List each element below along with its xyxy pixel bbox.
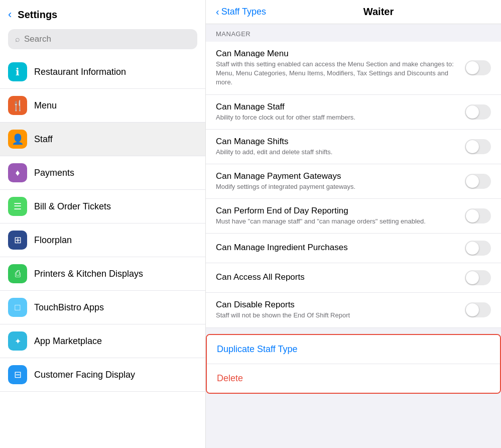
back-staff-types-label: Staff Types bbox=[221, 7, 266, 17]
right-panel-content: MANAGER Can Manage Menu Staff with this … bbox=[206, 24, 501, 448]
permission-item-can-manage-payment-gateways: Can Manage Payment Gateways Modify setti… bbox=[206, 164, 501, 199]
duplicate-staff-type-button[interactable]: Duplicate Staff Type bbox=[207, 335, 500, 364]
sidebar-item-label-staff: Staff bbox=[34, 134, 53, 145]
toggle-can-manage-shifts[interactable] bbox=[465, 139, 491, 154]
back-chevron-icon: ‹ bbox=[216, 6, 219, 18]
sidebar-item-label-floorplan: Floorplan bbox=[34, 235, 72, 246]
search-bar-container[interactable]: ⌕ bbox=[8, 29, 197, 49]
customer-facing-display-icon: ⊟ bbox=[8, 365, 27, 384]
sidebar-item-label-touchbistro-apps: TouchBistro Apps bbox=[34, 302, 104, 313]
permission-title-can-perform-end-of-day: Can Perform End of Day Reporting bbox=[216, 206, 459, 216]
search-icon: ⌕ bbox=[15, 35, 20, 44]
permission-item-can-manage-staff: Can Manage Staff Ability to force clock … bbox=[206, 95, 501, 130]
sidebar-item-label-customer-facing-display: Customer Facing Display bbox=[34, 370, 135, 380]
permission-title-can-manage-payment-gateways: Can Manage Payment Gateways bbox=[216, 171, 459, 181]
restaurant-information-icon: ℹ bbox=[8, 62, 27, 81]
permission-desc-can-perform-end-of-day: Must have "can manage staff" and "can ma… bbox=[216, 217, 459, 226]
delete-button[interactable]: Delete bbox=[207, 364, 500, 393]
permission-title-can-manage-menu: Can Manage Menu bbox=[216, 49, 459, 59]
sidebar-item-label-restaurant-information: Restaurant Information bbox=[34, 67, 126, 77]
sidebar-header: ‹ Settings bbox=[0, 0, 205, 25]
toggle-can-perform-end-of-day[interactable] bbox=[465, 208, 491, 223]
manager-section-label: MANAGER bbox=[206, 24, 501, 42]
sidebar-item-label-bill-order-tickets: Bill & Order Tickets bbox=[34, 201, 111, 212]
waiter-title: Waiter bbox=[266, 6, 491, 18]
toggle-can-manage-payment-gateways[interactable] bbox=[465, 174, 491, 189]
sidebar-item-printers-kitchen-displays[interactable]: ⎙ Printers & Kitchen Displays bbox=[0, 257, 205, 291]
permission-text-can-manage-payment-gateways: Can Manage Payment Gateways Modify setti… bbox=[216, 171, 459, 191]
sidebar-item-payments[interactable]: ♦ Payments bbox=[0, 156, 205, 190]
sidebar-title: Settings bbox=[18, 9, 57, 21]
toggle-can-manage-staff[interactable] bbox=[465, 104, 491, 120]
bill-order-tickets-icon: ☰ bbox=[8, 197, 27, 216]
permission-text-can-manage-staff: Can Manage Staff Ability to force clock … bbox=[216, 102, 459, 122]
permission-desc-can-manage-payment-gateways: Modify settings of integrated payment ga… bbox=[216, 182, 459, 191]
touchbistro-apps-icon: □ bbox=[8, 298, 27, 317]
permission-item-can-access-all-reports: Can Access All Reports bbox=[206, 263, 501, 293]
toggle-can-manage-ingredient-purchases[interactable] bbox=[465, 241, 491, 256]
permission-text-can-access-all-reports: Can Access All Reports bbox=[216, 272, 459, 283]
search-input[interactable] bbox=[24, 34, 190, 44]
permission-desc-can-manage-staff: Ability to force clock out for other sta… bbox=[216, 113, 459, 122]
sidebar-item-label-app-marketplace: App Marketplace bbox=[34, 336, 102, 347]
sidebar-item-bill-order-tickets[interactable]: ☰ Bill & Order Tickets bbox=[0, 190, 205, 223]
sidebar-item-floorplan[interactable]: ⊞ Floorplan bbox=[0, 223, 205, 257]
back-to-staff-types-button[interactable]: ‹ Staff Types bbox=[216, 6, 266, 18]
permission-item-can-perform-end-of-day: Can Perform End of Day Reporting Must ha… bbox=[206, 199, 501, 234]
sidebar-item-label-printers-kitchen-displays: Printers & Kitchen Displays bbox=[34, 269, 143, 279]
permission-title-can-manage-staff: Can Manage Staff bbox=[216, 102, 459, 112]
right-panel-header: ‹ Staff Types Waiter bbox=[206, 0, 501, 24]
sidebar-item-restaurant-information[interactable]: ℹ Restaurant Information bbox=[0, 55, 205, 89]
sidebar-item-customer-facing-display[interactable]: ⊟ Customer Facing Display bbox=[0, 358, 205, 392]
permission-item-can-disable-reports: Can Disable Reports Staff will not be sh… bbox=[206, 293, 501, 327]
permission-item-can-manage-ingredient-purchases: Can Manage Ingredient Purchases bbox=[206, 234, 501, 263]
sidebar-back-button[interactable]: ‹ bbox=[8, 8, 12, 21]
permission-text-can-manage-shifts: Can Manage Shifts Ability to add, edit a… bbox=[216, 137, 459, 157]
staff-icon: 👤 bbox=[8, 130, 27, 149]
permission-item-can-manage-shifts: Can Manage Shifts Ability to add, edit a… bbox=[206, 130, 501, 164]
permission-desc-can-manage-shifts: Ability to add, edit and delete staff sh… bbox=[216, 148, 459, 157]
permission-title-can-access-all-reports: Can Access All Reports bbox=[216, 272, 459, 282]
permission-item-can-manage-menu: Can Manage Menu Staff with this setting … bbox=[206, 42, 501, 95]
app-marketplace-icon: ✦ bbox=[8, 331, 27, 351]
toggle-can-access-all-reports[interactable] bbox=[465, 270, 491, 285]
printers-kitchen-displays-icon: ⎙ bbox=[8, 264, 27, 283]
permission-title-can-disable-reports: Can Disable Reports bbox=[216, 300, 459, 310]
menu-icon: 🍴 bbox=[8, 96, 27, 115]
sidebar-item-menu[interactable]: 🍴 Menu bbox=[0, 89, 205, 123]
permission-text-can-manage-menu: Can Manage Menu Staff with this setting … bbox=[216, 49, 459, 87]
permissions-list: Can Manage Menu Staff with this setting … bbox=[206, 42, 501, 328]
sidebar-item-app-marketplace[interactable]: ✦ App Marketplace bbox=[0, 324, 205, 358]
permission-title-can-manage-ingredient-purchases: Can Manage Ingredient Purchases bbox=[216, 243, 459, 253]
permission-desc-can-disable-reports: Staff will not be shown the End Of Shift… bbox=[216, 311, 459, 320]
floorplan-icon: ⊞ bbox=[8, 231, 27, 250]
toggle-can-disable-reports[interactable] bbox=[465, 302, 491, 317]
permission-text-can-manage-ingredient-purchases: Can Manage Ingredient Purchases bbox=[216, 243, 459, 254]
sidebar-items-list: ℹ Restaurant Information 🍴 Menu 👤 Staff … bbox=[0, 55, 205, 448]
toggle-can-manage-menu[interactable] bbox=[465, 60, 491, 75]
sidebar: ‹ Settings ⌕ ℹ Restaurant Information 🍴 … bbox=[0, 0, 206, 448]
sidebar-item-label-menu: Menu bbox=[34, 100, 57, 111]
right-panel: ‹ Staff Types Waiter MANAGER Can Manage … bbox=[206, 0, 501, 448]
permission-text-can-perform-end-of-day: Can Perform End of Day Reporting Must ha… bbox=[216, 206, 459, 226]
permission-text-can-disable-reports: Can Disable Reports Staff will not be sh… bbox=[216, 300, 459, 320]
payments-icon: ♦ bbox=[8, 163, 27, 182]
sidebar-item-label-payments: Payments bbox=[34, 168, 74, 178]
permission-title-can-manage-shifts: Can Manage Shifts bbox=[216, 137, 459, 147]
permission-desc-can-manage-menu: Staff with this setting enabled can acce… bbox=[216, 60, 459, 87]
sidebar-item-staff[interactable]: 👤 Staff bbox=[0, 123, 205, 156]
sidebar-item-touchbistro-apps[interactable]: □ TouchBistro Apps bbox=[0, 291, 205, 324]
action-section: Duplicate Staff Type Delete bbox=[206, 334, 501, 394]
